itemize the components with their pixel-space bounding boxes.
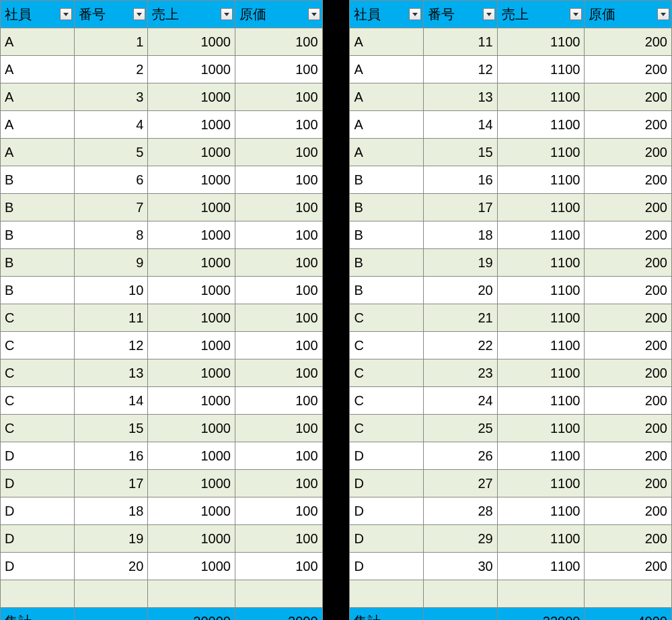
cell-sales[interactable]: 1000 (148, 56, 235, 83)
cell-cost[interactable]: 200 (585, 332, 672, 359)
cell-employee[interactable]: D (1, 497, 75, 525)
cell-number[interactable]: 21 (424, 304, 498, 332)
cell-employee[interactable]: D (1, 470, 75, 497)
cell-number[interactable]: 6 (74, 166, 148, 194)
total-label[interactable]: 集計 (350, 608, 424, 621)
cell-employee[interactable]: A (1, 56, 75, 83)
cell-employee[interactable]: D (1, 553, 75, 580)
cell-cost[interactable]: 100 (235, 83, 322, 111)
blank-cell[interactable] (235, 580, 322, 608)
cell-employee[interactable]: D (350, 525, 424, 553)
cell-sales[interactable]: 1000 (148, 442, 235, 470)
cell-number[interactable]: 28 (424, 497, 498, 525)
cell-number[interactable]: 13 (74, 359, 148, 387)
cell-sales[interactable]: 1100 (497, 442, 585, 470)
header-sales[interactable]: 売上 (148, 1, 235, 28)
cell-cost[interactable]: 200 (585, 28, 672, 56)
header-number[interactable]: 番号 (424, 1, 498, 28)
cell-cost[interactable]: 100 (235, 139, 322, 166)
blank-cell[interactable] (148, 580, 235, 608)
header-employee[interactable]: 社員 (350, 1, 424, 28)
cell-employee[interactable]: B (1, 277, 75, 304)
cell-sales[interactable]: 1100 (497, 553, 585, 580)
cell-cost[interactable]: 200 (585, 56, 672, 83)
cell-sales[interactable]: 1100 (497, 525, 585, 553)
cell-sales[interactable]: 1100 (497, 277, 585, 304)
cell-cost[interactable]: 200 (585, 111, 672, 139)
cell-sales[interactable]: 1000 (148, 166, 235, 194)
cell-employee[interactable]: B (1, 166, 75, 194)
cell-sales[interactable]: 1100 (497, 332, 585, 359)
cell-employee[interactable]: D (1, 525, 75, 553)
cell-employee[interactable]: A (350, 139, 424, 166)
cell-cost[interactable]: 100 (235, 525, 322, 553)
cell-cost[interactable]: 100 (235, 553, 322, 580)
cell-employee[interactable]: C (1, 304, 75, 332)
cell-cost[interactable]: 100 (235, 359, 322, 387)
cell-sales[interactable]: 1100 (497, 166, 585, 194)
cell-number[interactable]: 5 (74, 139, 148, 166)
filter-dropdown-icon[interactable] (308, 8, 320, 20)
cell-employee[interactable]: C (1, 332, 75, 359)
cell-employee[interactable]: C (350, 415, 424, 442)
cell-number[interactable]: 15 (424, 139, 498, 166)
total-cost[interactable]: 2000 (235, 608, 322, 621)
header-sales[interactable]: 売上 (497, 1, 585, 28)
cell-number[interactable]: 1 (74, 28, 148, 56)
cell-cost[interactable]: 200 (585, 553, 672, 580)
cell-cost[interactable]: 200 (585, 304, 672, 332)
cell-number[interactable]: 14 (74, 387, 148, 415)
cell-cost[interactable]: 200 (585, 525, 672, 553)
cell-employee[interactable]: C (350, 359, 424, 387)
header-employee[interactable]: 社員 (1, 1, 75, 28)
cell-employee[interactable]: D (350, 553, 424, 580)
cell-cost[interactable]: 200 (585, 442, 672, 470)
cell-cost[interactable]: 100 (235, 249, 322, 277)
cell-employee[interactable]: A (1, 83, 75, 111)
cell-sales[interactable]: 1000 (148, 525, 235, 553)
total-cost[interactable]: 4000 (585, 608, 672, 621)
cell-sales[interactable]: 1000 (148, 332, 235, 359)
header-cost[interactable]: 原価 (235, 1, 322, 28)
cell-number[interactable]: 13 (424, 83, 498, 111)
total-label[interactable]: 集計 (1, 608, 75, 621)
cell-number[interactable]: 12 (74, 332, 148, 359)
cell-cost[interactable]: 100 (235, 28, 322, 56)
header-cost[interactable]: 原価 (585, 1, 672, 28)
cell-cost[interactable]: 100 (235, 497, 322, 525)
cell-sales[interactable]: 1000 (148, 277, 235, 304)
cell-employee[interactable]: C (1, 387, 75, 415)
cell-number[interactable]: 27 (424, 470, 498, 497)
cell-number[interactable]: 7 (74, 194, 148, 221)
cell-cost[interactable]: 200 (585, 387, 672, 415)
cell-employee[interactable]: C (1, 415, 75, 442)
cell-employee[interactable]: B (350, 249, 424, 277)
cell-number[interactable]: 29 (424, 525, 498, 553)
cell-number[interactable]: 11 (74, 304, 148, 332)
cell-number[interactable]: 30 (424, 553, 498, 580)
cell-number[interactable]: 11 (424, 28, 498, 56)
cell-cost[interactable]: 100 (235, 387, 322, 415)
cell-number[interactable]: 2 (74, 56, 148, 83)
cell-sales[interactable]: 1000 (148, 359, 235, 387)
cell-sales[interactable]: 1000 (148, 387, 235, 415)
cell-cost[interactable]: 100 (235, 166, 322, 194)
cell-number[interactable]: 12 (424, 56, 498, 83)
cell-employee[interactable]: B (1, 221, 75, 249)
cell-employee[interactable]: A (350, 111, 424, 139)
cell-sales[interactable]: 1000 (148, 415, 235, 442)
blank-cell[interactable] (74, 580, 148, 608)
cell-cost[interactable]: 200 (585, 359, 672, 387)
cell-cost[interactable]: 200 (585, 415, 672, 442)
cell-employee[interactable]: B (350, 166, 424, 194)
cell-employee[interactable]: C (350, 304, 424, 332)
cell-cost[interactable]: 200 (585, 221, 672, 249)
cell-cost[interactable]: 200 (585, 249, 672, 277)
cell-number[interactable]: 14 (424, 111, 498, 139)
cell-sales[interactable]: 1000 (148, 249, 235, 277)
cell-employee[interactable]: A (1, 111, 75, 139)
cell-employee[interactable]: C (350, 332, 424, 359)
cell-number[interactable]: 8 (74, 221, 148, 249)
cell-number[interactable]: 3 (74, 83, 148, 111)
cell-sales[interactable]: 1000 (148, 497, 235, 525)
